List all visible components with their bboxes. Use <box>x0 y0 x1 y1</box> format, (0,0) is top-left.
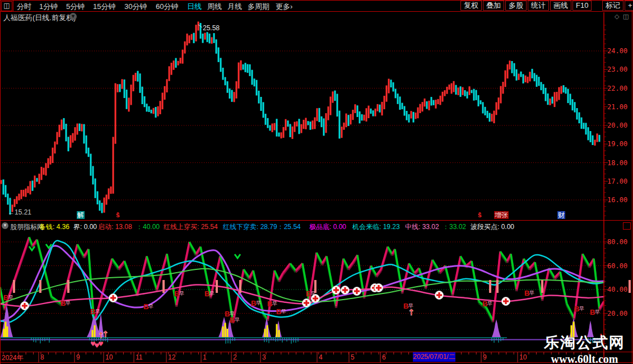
toolbar-item-7[interactable]: 周线 <box>207 2 222 12</box>
plus-circle-marker <box>332 286 341 295</box>
ribbon-segment <box>426 260 432 287</box>
x-axis-label-8: 3 <box>262 353 266 361</box>
y-axis-label: 18.00 <box>607 159 627 167</box>
plus-circle-marker <box>302 299 311 307</box>
ribbon-segment <box>189 242 196 254</box>
high-price-annotation: 25.58 <box>203 24 220 32</box>
frame-left <box>0 0 1 364</box>
x-axis-label-0: 2024年 <box>2 353 24 363</box>
toolbar-button-2[interactable]: 多股 <box>505 1 527 11</box>
svg-text:早: 早 <box>95 309 100 314</box>
plus-circle-marker <box>353 287 361 296</box>
yellow-bar <box>276 324 278 337</box>
plus-circle-marker <box>435 291 444 300</box>
frame-right <box>632 0 632 364</box>
plus-circle-marker <box>341 286 350 295</box>
plus-circle-marker <box>21 302 29 310</box>
toolbar-button-7[interactable]: +自选 <box>625 1 633 11</box>
watermark: 乐淘公式网 www.60lt.com <box>544 333 625 364</box>
buy-badge: B早 <box>90 307 100 316</box>
event-badge-3: 增张 <box>494 211 509 219</box>
toolbar-button-0[interactable]: 复权 <box>460 1 482 11</box>
svg-text:B: B <box>306 290 311 298</box>
toolbar-button-4[interactable]: 画线 <box>550 1 571 11</box>
buy-badge: B早 <box>590 308 600 316</box>
x-axis-label-9: 4 <box>319 353 323 361</box>
yellow-bar <box>225 323 226 338</box>
indicator-y-label: 60.00 <box>607 262 627 270</box>
toolbar-item-4[interactable]: 30分钟 <box>124 2 147 12</box>
toolbar-item-2[interactable]: 5分钟 <box>66 2 85 12</box>
indicator-header-item-2: 界: 0.00 <box>73 222 97 232</box>
svg-text:B: B <box>60 299 66 307</box>
toolbar-item-0[interactable]: 分时 <box>17 2 31 12</box>
indicator-header-item-3: 启动: 13.08 <box>98 222 132 232</box>
svg-text:早: 早 <box>487 301 492 306</box>
selected-date-box[interactable]: 2025/07/01/二 <box>413 352 455 362</box>
yellow-bar <box>5 321 7 337</box>
svg-text:B: B <box>3 293 8 302</box>
indicator-y-label: 20.00 <box>607 310 627 318</box>
svg-text:B: B <box>174 290 179 298</box>
indicator-header-item-1: 备钱: 4.36 <box>39 222 69 232</box>
ribbon-segment <box>560 272 567 304</box>
chevron-down-icon[interactable]: ▼ <box>69 13 77 20</box>
diamond-icon[interactable]: ◇ <box>615 13 619 20</box>
toolbar-item-6[interactable]: 日线 <box>187 2 202 12</box>
indicator-y-label: 40.00 <box>607 286 627 293</box>
y-axis-label: 24.00 <box>607 47 627 55</box>
toolbar-item-1[interactable]: 1分钟 <box>39 2 58 12</box>
plus-circle-marker <box>375 284 383 292</box>
svg-text:早: 早 <box>529 290 534 296</box>
indicator-header-item-5: 红线上穿买: 25.54 <box>164 222 218 232</box>
toolbar-item-5[interactable]: 60分钟 <box>156 2 178 12</box>
x-axis-label-12: 9 <box>483 353 487 361</box>
x-axis-label-7: 2 <box>233 353 237 361</box>
window-split-icon[interactable]: ◫ <box>1 1 12 11</box>
watermark-line1: 乐淘公式网 <box>544 333 625 353</box>
indicator-corner-box[interactable] <box>623 222 631 230</box>
buy-badge: B早 <box>251 299 261 307</box>
svg-text:早: 早 <box>148 304 153 309</box>
svg-text:早: 早 <box>8 295 13 300</box>
watermark-line2: www.60lt.com <box>544 353 625 364</box>
buy-badge: B早 <box>60 299 71 307</box>
toolbar-button-3[interactable]: 统计 <box>528 1 549 11</box>
toolbar-button-6[interactable]: 标记 <box>602 1 623 11</box>
buy-badge: B早 <box>574 305 584 313</box>
yellow-bar <box>227 329 229 337</box>
y-axis-label: 21.00 <box>607 103 627 111</box>
toolbar-item-9[interactable]: 多周期 <box>248 2 269 12</box>
panel-icon[interactable]: ◫ <box>623 13 629 20</box>
svg-text:早: 早 <box>594 309 600 315</box>
toolbar-item-10[interactable]: 更多› <box>276 2 292 12</box>
low-price-annotation: ←15.21 <box>8 208 31 216</box>
x-axis-label-10: 5 <box>351 353 355 361</box>
event-badge-1: ŝ <box>115 211 120 219</box>
page-title: 人福医药(日线.前复权) <box>3 13 76 23</box>
y-axis-label: 23.00 <box>607 66 627 73</box>
chevron-down-circle-icon[interactable]: ▼ <box>2 222 8 229</box>
x-axis-label-13: 10 <box>519 353 527 361</box>
ribbon-segment <box>516 259 524 290</box>
buy-badge: B早 <box>276 307 286 316</box>
svg-text:早: 早 <box>272 301 277 306</box>
buy-badge: B早 <box>143 302 153 311</box>
svg-text:B: B <box>276 307 281 316</box>
x-axis-label-11: 6 <box>382 353 386 361</box>
toolbar-item-8[interactable]: 月线 <box>227 2 242 12</box>
trading-app-window: { "toolbar": { "window_icon": "window-sp… <box>0 0 633 364</box>
toolbar-button-5[interactable]: F10 <box>573 1 592 11</box>
toolbar-button-1[interactable]: 叠加 <box>483 1 504 11</box>
panel-divider <box>0 220 633 221</box>
x-axis-label-4: 11 <box>136 353 142 361</box>
chart-canvas[interactable]: B早B早B早B早B早B早B早B早B早B早B早B早B早B早B早B早B早↑↑↑♥♥♥ <box>0 0 633 364</box>
ribbon-segment <box>453 256 460 295</box>
indicator-header-item-8: 机会来临: 19.23 <box>352 222 400 232</box>
svg-text:B: B <box>524 289 529 297</box>
y-axis-label: 16.00 <box>607 196 627 204</box>
toolbar-item-3[interactable]: 15分钟 <box>93 2 115 12</box>
svg-text:B: B <box>574 305 579 313</box>
top-toolbar: ◫ 分时1分钟5分钟15分钟30分钟60分钟日线周线月线多周期更多›复权叠加多股… <box>0 0 633 12</box>
red-up-arrow: ↑ <box>408 307 415 318</box>
